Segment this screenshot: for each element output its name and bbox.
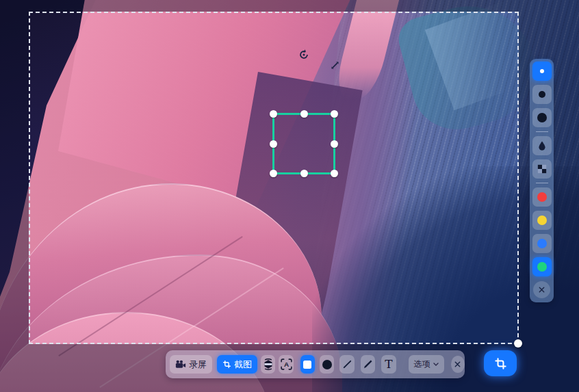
- droplet-icon: [537, 140, 547, 151]
- side-palette-panel: [530, 59, 554, 302]
- yellow-color-swatch: [537, 215, 547, 225]
- ocr-button[interactable]: A: [279, 355, 293, 374]
- crop-icon: [222, 360, 231, 369]
- rotate-cursor-icon[interactable]: [298, 49, 310, 64]
- selection-region[interactable]: [29, 12, 519, 344]
- color-green-button[interactable]: [532, 257, 552, 276]
- ocr-brackets-a-icon: A: [281, 358, 292, 370]
- medium-dot-icon: [539, 91, 545, 98]
- video-camera-icon: [175, 360, 186, 369]
- text-tool-button[interactable]: T: [381, 355, 396, 374]
- annotation-rectangle[interactable]: [272, 113, 335, 174]
- annotation-handle-sw[interactable]: [270, 170, 277, 177]
- text-icon: T: [385, 358, 392, 370]
- close-icon: [454, 361, 461, 368]
- size-large-button[interactable]: [532, 108, 552, 127]
- green-color-swatch: [537, 262, 547, 272]
- color-red-button[interactable]: [532, 187, 552, 207]
- options-label: 选项: [414, 358, 430, 370]
- ocr-letter: A: [283, 361, 288, 368]
- annotation-handle-se[interactable]: [331, 170, 338, 177]
- blue-color-swatch: [537, 239, 547, 248]
- color-blue-button[interactable]: [532, 234, 552, 253]
- large-dot-icon: [537, 113, 547, 122]
- pen-tool-button[interactable]: [361, 355, 375, 374]
- line-tool-button[interactable]: [339, 355, 354, 374]
- square-icon: [303, 361, 311, 369]
- record-screen-button[interactable]: 录屏: [170, 355, 212, 374]
- mosaic-button[interactable]: [532, 159, 552, 179]
- divider: [536, 183, 548, 183]
- size-medium-button[interactable]: [532, 85, 552, 104]
- toolbar-close-button[interactable]: [451, 356, 465, 373]
- record-screen-label: 录屏: [189, 358, 207, 371]
- ellipse-tool-button[interactable]: [320, 355, 334, 374]
- confirm-capture-button[interactable]: [484, 350, 517, 376]
- screenshot-button[interactable]: 截图: [217, 355, 257, 374]
- mosaic-icon: [537, 164, 547, 174]
- scroll-capture-button[interactable]: [261, 355, 275, 374]
- bottom-toolbar: 录屏 截图 A: [166, 350, 465, 378]
- annotation-handle-w[interactable]: [270, 140, 277, 148]
- annotation-handle-n[interactable]: [300, 110, 308, 118]
- red-color-swatch: [537, 192, 547, 202]
- options-dropdown-button[interactable]: 选项: [409, 355, 444, 374]
- chevron-down-icon: [433, 363, 439, 366]
- pen-icon: [363, 359, 373, 369]
- size-small-button[interactable]: [532, 62, 552, 81]
- circle-icon: [322, 360, 332, 369]
- diagonal-resize-cursor-icon: [330, 60, 340, 73]
- divider: [536, 131, 548, 132]
- crop-icon: [494, 357, 507, 370]
- palette-close-button[interactable]: [533, 281, 550, 298]
- small-dot-icon: [540, 69, 544, 73]
- annotation-handle-e[interactable]: [331, 140, 338, 148]
- screenshot-label: 截图: [234, 358, 252, 371]
- capture-overlay: 录屏 截图 A: [0, 0, 579, 392]
- hexagon-scroll-icon: [263, 358, 274, 371]
- annotation-handle-s[interactable]: [300, 170, 308, 177]
- selection-resize-handle[interactable]: [514, 339, 522, 348]
- close-icon: [538, 286, 545, 293]
- color-yellow-button[interactable]: [532, 211, 552, 230]
- annotation-handle-ne[interactable]: [331, 110, 338, 118]
- droplet-button[interactable]: [532, 136, 552, 155]
- line-icon: [342, 359, 352, 369]
- rectangle-tool-button[interactable]: [300, 355, 315, 374]
- annotation-handle-nw[interactable]: [270, 110, 277, 118]
